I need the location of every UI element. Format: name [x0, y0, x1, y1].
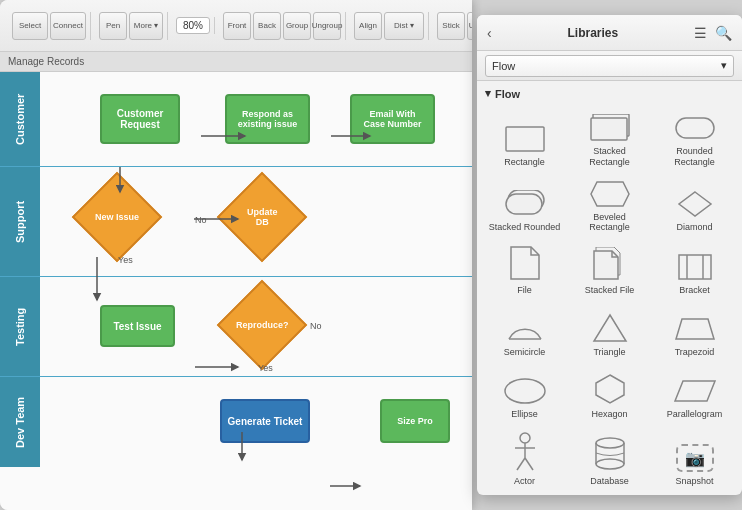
back-button[interactable]: Back [253, 12, 281, 40]
file-shape [509, 245, 541, 281]
database-shape [592, 436, 628, 472]
select-button[interactable]: Select [12, 12, 48, 40]
stick-button[interactable]: Stick [437, 12, 465, 40]
lib-item-beveled-rectangle[interactable]: Beveled Rectangle [568, 174, 651, 238]
actor-shape [511, 432, 539, 472]
lib-item-rectangle[interactable]: Rectangle [483, 108, 566, 172]
shape-reproduce[interactable]: Reproduce? [230, 293, 294, 357]
bracket-shape [677, 253, 713, 281]
svg-marker-25 [676, 319, 714, 339]
zoom-display[interactable]: 80% [176, 17, 210, 34]
hexagon-shape [592, 373, 628, 405]
swimlane-devteam: Dev Team Generate Ticket Size Pro [0, 377, 472, 467]
rounded-rectangle-svg [674, 114, 716, 142]
file-svg [509, 245, 541, 281]
swimlane-support: Support New Issue UpdateDB [0, 167, 472, 277]
svg-line-33 [525, 458, 533, 470]
unlock-button[interactable]: Unlock [467, 12, 472, 40]
swimlane-label-testing: Testing [0, 277, 40, 376]
rectangle-svg [504, 125, 546, 153]
distribute-button[interactable]: Dist ▾ [384, 12, 424, 40]
swimlane-label-support: Support [0, 167, 40, 276]
lib-item-file[interactable]: File [483, 239, 566, 300]
database-svg [592, 436, 628, 472]
lib-flow-dropdown[interactable]: Flow ▾ [485, 55, 734, 77]
toolbar-group-arrange: Front Back Group Ungroup [219, 12, 346, 40]
shape-test-issue[interactable]: Test Issue [100, 305, 175, 347]
parallelogram-label: Parallelogram [667, 409, 723, 420]
lib-item-semicircle[interactable]: Semicircle [483, 302, 566, 362]
lib-item-rounded-rectangle[interactable]: Rounded Rectangle [653, 108, 736, 172]
lib-item-database[interactable]: Database [568, 426, 651, 491]
svg-marker-24 [594, 315, 626, 341]
group-button[interactable]: Group [283, 12, 311, 40]
svg-point-37 [596, 459, 624, 469]
lib-title: Libraries [492, 26, 694, 40]
actor-label: Actor [514, 476, 535, 487]
shape-customer-request[interactable]: CustomerRequest [100, 94, 180, 144]
lib-section-chevron: ▾ [485, 87, 491, 100]
front-button[interactable]: Front [223, 12, 251, 40]
ungroup-button[interactable]: Ungroup [313, 12, 341, 40]
stacked-rounded-svg [504, 190, 546, 218]
label-no-testing: No [310, 321, 322, 331]
lib-section-label: Flow [495, 88, 520, 100]
lib-menu-icon[interactable]: ☰ [694, 25, 707, 41]
pen-button[interactable]: Pen [99, 12, 127, 40]
ellipse-label: Ellipse [511, 409, 538, 420]
beveled-rectangle-shape [589, 180, 631, 208]
shape-new-issue[interactable]: New Issue [85, 185, 149, 249]
shape-update-db[interactable]: UpdateDB [230, 185, 294, 249]
hexagon-label: Hexagon [591, 409, 627, 420]
swimlane-customer: Customer CustomerRequest Respond asexist… [0, 72, 472, 167]
lib-section-header: ▾ Flow [477, 81, 742, 104]
swimlane-content-customer: CustomerRequest Respond asexisting issue… [40, 72, 472, 166]
svg-point-26 [505, 379, 545, 403]
lib-item-stacked-rectangle[interactable]: Stacked Rectangle [568, 108, 651, 172]
lib-item-actor[interactable]: Actor [483, 426, 566, 491]
beveled-rectangle-label: Beveled Rectangle [572, 212, 647, 234]
more-button[interactable]: More ▾ [129, 12, 163, 40]
shape-size-pro[interactable]: Size Pro [380, 399, 450, 443]
shape-respond-existing[interactable]: Respond asexisting issue [225, 94, 310, 144]
stacked-file-svg [592, 247, 628, 281]
lib-item-diamond[interactable]: Diamond [653, 174, 736, 238]
toolbar-group-misc: Stick Unlock View ▾ [433, 12, 472, 40]
rectangle-shape [504, 125, 546, 153]
lib-item-triangle[interactable]: Triangle [568, 302, 651, 362]
snapshot-box: 📷 [676, 444, 714, 472]
connect-button[interactable]: Connect [50, 12, 86, 40]
lib-item-trapezoid[interactable]: Trapezoid [653, 302, 736, 362]
trapezoid-svg [674, 315, 716, 343]
lib-item-hexagon[interactable]: Hexagon [568, 364, 651, 424]
lib-item-bracket[interactable]: Bracket [653, 239, 736, 300]
diamond-label: Diamond [676, 222, 712, 233]
shape-email-case[interactable]: Email WithCase Number [350, 94, 435, 144]
lib-item-stacked-file[interactable]: Stacked File [568, 239, 651, 300]
stacked-rectangle-shape [589, 114, 631, 142]
lib-item-ellipse[interactable]: Ellipse [483, 364, 566, 424]
lib-search-icon[interactable]: 🔍 [715, 25, 732, 41]
stacked-file-label: Stacked File [585, 285, 635, 296]
svg-point-29 [520, 433, 530, 443]
svg-rect-14 [506, 194, 542, 214]
trapezoid-shape [674, 315, 716, 343]
file-label: File [517, 285, 532, 296]
rounded-rectangle-shape [674, 114, 716, 142]
toolbar-group-tools: Pen More ▾ [95, 12, 168, 40]
bracket-svg [677, 253, 713, 281]
triangle-label: Triangle [593, 347, 625, 358]
shape-generate-ticket[interactable]: Generate Ticket [220, 399, 310, 443]
main-container: Select Connect Pen More ▾ 80% Front Back… [0, 0, 742, 510]
lib-item-parallelogram[interactable]: Parallelogram [653, 364, 736, 424]
parallelogram-svg [673, 377, 717, 405]
align-button[interactable]: Align [354, 12, 382, 40]
lib-item-snapshot[interactable]: 📷 Snapshot [653, 426, 736, 491]
swimlane-content-support: New Issue UpdateDB No Yes [40, 167, 472, 276]
diagram-area[interactable]: Customer CustomerRequest Respond asexist… [0, 72, 472, 510]
lib-item-stacked-rounded[interactable]: Stacked Rounded [483, 174, 566, 238]
label-yes-support: Yes [118, 255, 133, 265]
swimlane-label-devteam: Dev Team [0, 377, 40, 467]
svg-marker-19 [594, 251, 618, 279]
swimlane-content-devteam: Generate Ticket Size Pro [40, 377, 472, 467]
